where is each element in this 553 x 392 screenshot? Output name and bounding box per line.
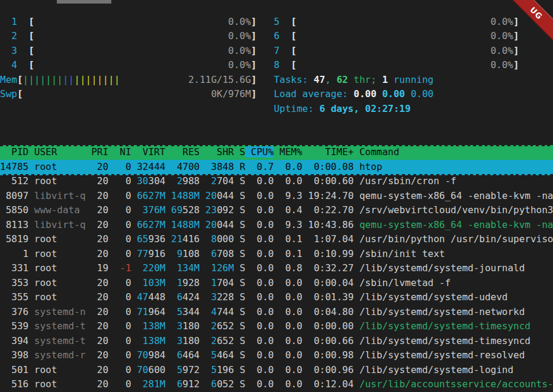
column-header-user[interactable]: USER bbox=[28, 146, 85, 158]
mem-value-low: 916 bbox=[149, 248, 166, 259]
cpu-mem-time: 0.0 0.0 0:12.04 bbox=[251, 378, 359, 390]
process-row-539[interactable]: 539 systemd-t 20 0 138M 3180 2652 S 0.0 … bbox=[0, 319, 553, 334]
nice: 0 bbox=[114, 219, 131, 230]
column-header-command[interactable]: Command bbox=[353, 146, 553, 158]
pid: 355 bbox=[0, 291, 28, 303]
uptime-value: 6 days, 02:27:19 bbox=[319, 103, 410, 114]
text bbox=[200, 161, 205, 172]
process-row-331[interactable]: 331 root 19 -1 220M 134M 126M S 0.0 0.8 … bbox=[0, 261, 553, 276]
process-row-5850[interactable]: 5850 www-data 20 0 376M 69528 23092 S 0.… bbox=[0, 203, 553, 218]
command: /sbin/init text bbox=[359, 248, 553, 259]
priority: 20 bbox=[86, 320, 114, 332]
state: S bbox=[240, 190, 246, 201]
text bbox=[28, 204, 34, 216]
load-15: 0.00 bbox=[411, 88, 434, 99]
process-row-376[interactable]: 376 systemd-n 20 0 71964 5344 4744 S 0.0… bbox=[0, 305, 553, 320]
text bbox=[245, 320, 251, 332]
cpu-percent: 0.0% bbox=[490, 16, 513, 27]
mem-value-high: 5 bbox=[171, 306, 182, 317]
mem-value: 281M bbox=[137, 378, 165, 390]
cpu-mem-time: 0.0 9.3 19:24.70 bbox=[251, 190, 359, 201]
command: /lib/systemd/systemd-timesyncd bbox=[359, 335, 553, 346]
column-header-virt[interactable]: VIRT bbox=[131, 146, 166, 158]
text bbox=[234, 204, 240, 216]
text bbox=[234, 262, 240, 274]
mem-value-low: 928 bbox=[182, 277, 200, 288]
column-header-time[interactable]: TIME+ bbox=[303, 146, 354, 158]
user: root bbox=[34, 364, 86, 375]
text bbox=[131, 320, 137, 332]
column-header-shr[interactable]: SHR bbox=[200, 146, 234, 158]
text bbox=[200, 248, 205, 259]
text bbox=[200, 320, 205, 332]
text bbox=[0, 103, 274, 114]
text bbox=[131, 219, 137, 230]
mem-value-low: 972 bbox=[182, 364, 200, 375]
text bbox=[297, 30, 491, 41]
text: [ bbox=[28, 59, 34, 70]
text: [ bbox=[28, 30, 34, 41]
user: libvirt-q bbox=[34, 219, 86, 230]
process-row-398[interactable]: 398 systemd-r 20 0 70984 6464 5464 S 0.0… bbox=[0, 348, 553, 363]
mem-value: 138M bbox=[137, 335, 165, 346]
nice: 0 bbox=[114, 306, 131, 317]
column-header-cpu[interactable]: CPU% bbox=[245, 146, 274, 158]
mem-caption: 2.11G/15.6G bbox=[188, 74, 251, 85]
text bbox=[245, 248, 251, 259]
text bbox=[0, 30, 11, 41]
process-row-501[interactable]: 501 root 20 0 70600 5972 5196 S 0.0 0.0 … bbox=[0, 363, 553, 378]
process-table-header[interactable]: PID USER PRI NI VIRT RES SHR S CPU% MEM%… bbox=[0, 145, 553, 160]
uptime-row: Uptime: 6 days, 02:27:19 bbox=[0, 102, 553, 117]
process-row-1[interactable]: 1 root 20 0 77916 9108 6708 S 0.0 0.1 0:… bbox=[0, 247, 553, 262]
column-header-pri[interactable]: PRI bbox=[86, 146, 109, 158]
text bbox=[165, 233, 171, 245]
mem-value-low: 044 bbox=[217, 219, 234, 230]
text bbox=[234, 291, 240, 303]
column-header-ni[interactable]: NI bbox=[108, 146, 131, 158]
cpu-percent: 0.0% bbox=[228, 45, 251, 56]
text bbox=[245, 291, 251, 303]
mem-value-high: 30 bbox=[137, 175, 148, 187]
process-row-5819[interactable]: 5819 root 20 0 65936 21416 8000 S 0.0 0.… bbox=[0, 232, 553, 247]
text bbox=[234, 277, 240, 288]
column-header-pid[interactable]: PID bbox=[0, 146, 28, 158]
cpu-id: 4 bbox=[11, 59, 17, 70]
text bbox=[120, 74, 188, 85]
process-row-14785[interactable]: 14785 root 20 0 32444 4700 3848 R 0.7 0.… bbox=[0, 160, 553, 175]
text bbox=[0, 45, 11, 56]
text: ] bbox=[251, 88, 257, 99]
text bbox=[165, 320, 171, 332]
state: S bbox=[240, 320, 246, 332]
text: ] bbox=[251, 74, 257, 85]
text bbox=[165, 262, 171, 274]
user: root bbox=[34, 175, 86, 187]
process-row-8113[interactable]: 8113 libvirt-q 20 0 6627M 1488M 20044 S … bbox=[0, 218, 553, 233]
text: [ bbox=[291, 59, 297, 70]
process-row-355[interactable]: 355 root 20 0 47448 6424 3228 S 0.0 0.0 … bbox=[0, 290, 553, 305]
nice: 0 bbox=[114, 335, 131, 346]
process-row-512[interactable]: 512 root 20 0 30304 2988 2704 S 0.0 0.0 … bbox=[0, 174, 553, 189]
state: S bbox=[240, 291, 246, 303]
mem-value-low: 344 bbox=[182, 306, 200, 317]
process-row-353[interactable]: 353 root 20 0 103M 1928 1704 S 0.0 0.0 0… bbox=[0, 276, 553, 291]
pid: 1 bbox=[0, 248, 28, 259]
pid: 8113 bbox=[0, 219, 28, 230]
process-row-8097[interactable]: 8097 libvirt-q 20 0 6627M 1488M 20044 S … bbox=[0, 189, 553, 204]
nice: 0 bbox=[114, 364, 131, 375]
command: htop bbox=[359, 161, 553, 172]
column-header-mem[interactable]: MEM% bbox=[274, 146, 302, 158]
process-row-516[interactable]: 516 root 20 0 281M 6912 6052 S 0.0 0.0 0… bbox=[0, 377, 553, 392]
window-tab bbox=[57, 0, 111, 4]
mem-value-low: 228 bbox=[217, 291, 234, 303]
user: root bbox=[34, 378, 86, 390]
column-header-res[interactable]: RES bbox=[165, 146, 200, 158]
text bbox=[34, 59, 229, 70]
text bbox=[28, 378, 34, 390]
text bbox=[245, 378, 251, 390]
column-header-s[interactable]: S bbox=[234, 146, 245, 158]
process-row-394[interactable]: 394 systemd-t 20 0 138M 3180 2652 S 0.0 … bbox=[0, 334, 553, 349]
priority: 20 bbox=[86, 378, 114, 390]
cpu-percent: 0.0% bbox=[228, 16, 251, 27]
text bbox=[377, 88, 382, 99]
mem-value-high: 6 bbox=[205, 378, 217, 390]
